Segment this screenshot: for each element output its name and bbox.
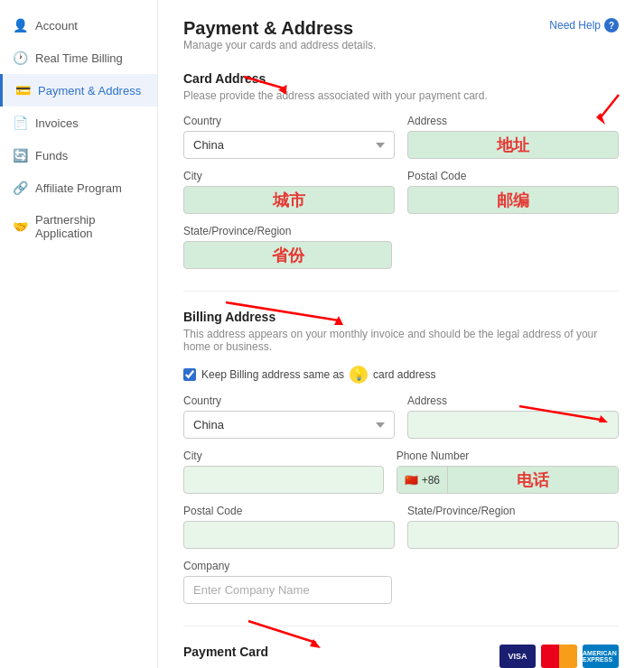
city-input[interactable] — [183, 186, 395, 214]
phone-code: +86 — [422, 474, 440, 487]
page-subtitle: Manage your cards and address details. — [183, 39, 376, 51]
mastercard-logo — [541, 645, 577, 668]
clock-icon: 🕐 — [13, 51, 28, 65]
postal-input[interactable] — [407, 186, 619, 214]
sidebar: 👤 Account 🕐 Real Time Billing 💳 Payment … — [0, 0, 158, 668]
country-label: Country — [183, 115, 395, 127]
city-phone-row: City Phone Number 🇨🇳 +86 电话 — [183, 450, 619, 494]
phone-input-wrapper: 🇨🇳 +86 电话 — [397, 466, 619, 494]
sidebar-item-label: Affiliate Program — [35, 181, 122, 195]
country-group: Country China — [183, 115, 395, 159]
company-input[interactable] — [183, 576, 392, 604]
payment-card-title: Payment Card — [183, 645, 268, 659]
payment-card-section: Payment Card VISA AMERICAN EXPRESS Pleas… — [183, 645, 619, 668]
city-label: City — [183, 170, 395, 182]
sidebar-item-label: Funds — [35, 149, 68, 162]
billing-title: Billing Address — [183, 310, 619, 324]
phone-flag: 🇨🇳 +86 — [397, 467, 448, 493]
amex-logo: AMERICAN EXPRESS — [583, 645, 619, 668]
affiliate-icon: 🔗 — [13, 181, 28, 195]
billing-state-label: State/Province/Region — [407, 505, 619, 517]
sidebar-item-payment-address[interactable]: 💳 Payment & Address — [0, 74, 157, 107]
state-row: State/Province/Region 省份 — [183, 225, 619, 269]
card-address-title: Card Address — [183, 71, 619, 86]
keep-same-row: Keep Billing address same as 💡 card addr… — [183, 366, 619, 384]
postal-label: Postal Code — [407, 170, 619, 182]
billing-address-section: Billing Address This address appears on … — [183, 310, 619, 604]
payment-header-row: Payment Card VISA AMERICAN EXPRESS — [183, 645, 619, 668]
billing-state-input[interactable] — [407, 521, 619, 549]
billing-state-group: State/Province/Region — [407, 505, 619, 549]
billing-postal-input[interactable] — [183, 521, 395, 549]
billing-address-input[interactable] — [407, 411, 619, 439]
company-row: Company — [183, 560, 619, 604]
keep-same-checkbox[interactable] — [183, 368, 196, 381]
billing-desc: This address appears on your monthly inv… — [183, 328, 619, 353]
billing-country-label: Country — [183, 394, 395, 407]
address-input[interactable] — [407, 131, 619, 159]
postal-group: Postal Code 邮编 — [407, 170, 619, 214]
sidebar-item-label: Real Time Billing — [35, 51, 123, 65]
sidebar-item-partnership-application[interactable]: 🤝 Partnership Application — [0, 204, 157, 249]
page-header: Payment & Address Manage your cards and … — [183, 18, 619, 68]
sidebar-item-funds[interactable]: 🔄 Funds — [0, 139, 157, 172]
company-group: Company — [183, 560, 392, 604]
sidebar-item-label: Invoices — [35, 116, 79, 130]
funds-icon: 🔄 — [13, 148, 28, 162]
address-group: Address 地址 — [407, 115, 619, 159]
billing-postal-group: Postal Code — [183, 505, 395, 549]
main-content: Payment & Address Manage your cards and … — [158, 0, 644, 668]
city-group: City 城市 — [183, 170, 395, 214]
bulb-icon: 💡 — [350, 366, 368, 384]
account-icon: 👤 — [13, 18, 28, 32]
sidebar-item-account[interactable]: 👤 Account — [0, 9, 157, 42]
card-logos: VISA AMERICAN EXPRESS — [499, 645, 619, 668]
keep-same-suffix: card address — [373, 368, 435, 381]
billing-city-label: City — [183, 450, 384, 462]
billing-country-select[interactable]: China — [183, 411, 395, 439]
country-select[interactable]: China — [183, 131, 395, 159]
billing-postal-label: Postal Code — [183, 505, 395, 517]
billing-city-group: City — [183, 450, 384, 494]
billing-postal-state-row: Postal Code State/Province/Region — [183, 505, 619, 549]
address-input-wrapper: 地址 — [407, 131, 619, 159]
section-divider — [183, 291, 619, 292]
billing-country-group: Country China — [183, 394, 395, 439]
state-group: State/Province/Region 省份 — [183, 225, 392, 269]
help-icon: ? — [604, 18, 619, 32]
state-label: State/Province/Region — [183, 225, 392, 237]
sidebar-item-label: Partnership Application — [35, 213, 145, 240]
address-label: Address — [407, 115, 619, 127]
page-title: Payment & Address — [183, 18, 376, 39]
city-input-wrapper: 城市 — [183, 186, 395, 214]
keep-same-label: Keep Billing address same as — [201, 368, 344, 381]
sidebar-item-label: Account — [35, 19, 78, 32]
visa-logo: VISA — [499, 645, 536, 668]
billing-address-label: Address — [407, 394, 619, 407]
sidebar-item-label: Payment & Address — [38, 84, 141, 97]
sidebar-item-real-time-billing[interactable]: 🕐 Real Time Billing — [0, 42, 157, 74]
partnership-icon: 🤝 — [13, 219, 28, 234]
billing-address-group: Address — [407, 394, 619, 439]
card-address-desc: Please provide the address associated wi… — [183, 89, 619, 102]
card-address-section: Card Address Please provide the address … — [183, 71, 619, 269]
need-help-label: Need Help — [549, 19, 601, 32]
card-icon: 💳 — [15, 83, 31, 97]
country-address-row: Country China Address 地址 — [183, 115, 619, 159]
billing-country-address-row: Country China Address — [183, 394, 619, 439]
invoice-icon: 📄 — [13, 116, 28, 130]
phone-group: Phone Number 🇨🇳 +86 电话 — [397, 450, 619, 494]
need-help-link[interactable]: Need Help ? — [549, 18, 619, 32]
sidebar-item-invoices[interactable]: 📄 Invoices — [0, 107, 157, 139]
company-label: Company — [183, 560, 392, 572]
state-input[interactable] — [183, 241, 392, 269]
phone-label: Phone Number — [397, 450, 619, 462]
payment-divider — [183, 626, 619, 626]
phone-input[interactable] — [448, 467, 618, 493]
flag-emoji: 🇨🇳 — [405, 474, 418, 487]
postal-input-wrapper: 邮编 — [407, 186, 619, 214]
city-postal-row: City 城市 Postal Code 邮编 — [183, 170, 619, 214]
sidebar-item-affiliate-program[interactable]: 🔗 Affiliate Program — [0, 172, 157, 204]
state-input-wrapper: 省份 — [183, 241, 392, 269]
billing-city-input[interactable] — [183, 466, 384, 494]
